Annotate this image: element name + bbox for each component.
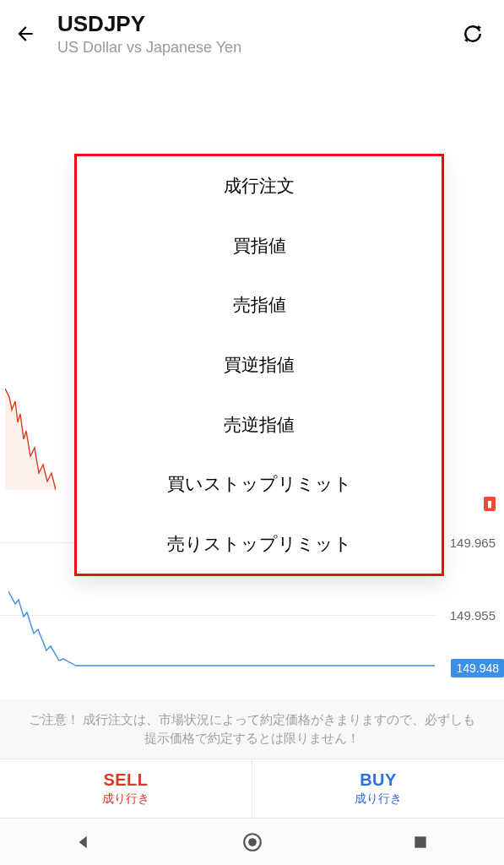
action-row: SELL 成り行き BUY 成り行き	[0, 759, 504, 818]
buy-label: BUY	[360, 770, 397, 790]
symbol-subtitle: US Dollar vs Japanese Yen	[57, 39, 458, 57]
system-nav-bar	[0, 818, 504, 865]
symbol-title: USDJPY	[57, 11, 458, 37]
order-type-option[interactable]: 売指値	[77, 275, 442, 335]
warning-text: ご注意！ 成行注文は、市場状況によって約定価格がきまりますので、必ずしも提示価格…	[25, 710, 479, 748]
ask-line-chart	[5, 389, 56, 490]
buy-button[interactable]: BUY 成り行き	[252, 759, 504, 818]
order-type-option[interactable]: 買逆指値	[77, 335, 442, 395]
order-type-menu: 成行注文 買指値 売指値 買逆指値 売逆指値 買いストップリミット 売りストップ…	[74, 154, 444, 576]
svg-point-2	[248, 838, 257, 846]
order-type-option[interactable]: 買指値	[77, 216, 442, 276]
buy-sub: 成り行き	[355, 792, 402, 807]
ask-price-badge: ▮	[484, 497, 496, 511]
axis-labels: 149.965 149.955	[436, 68, 496, 640]
order-type-option[interactable]: 成行注文	[77, 156, 442, 216]
order-type-option[interactable]: 売逆指値	[77, 394, 442, 454]
order-type-option[interactable]: 買いストップリミット	[77, 454, 442, 514]
sell-label: SELL	[103, 770, 148, 790]
content-area: 149.965 149.955 ▮ 149.948 ご注意！ 成行注文は、市場状…	[0, 68, 504, 818]
nav-home-icon[interactable]	[241, 831, 263, 853]
axis-label: 149.955	[436, 608, 496, 623]
back-arrow-icon[interactable]	[14, 22, 37, 46]
header-titles: USDJPY US Dollar vs Japanese Yen	[57, 11, 458, 57]
app-header: USDJPY US Dollar vs Japanese Yen	[0, 0, 504, 68]
sell-button[interactable]: SELL 成り行き	[0, 759, 252, 818]
execution-warning: ご注意！ 成行注文は、市場状況によって約定価格がきまりますので、必ずしも提示価格…	[0, 699, 504, 759]
bid-line-chart	[8, 591, 435, 667]
refresh-icon[interactable]	[458, 19, 487, 48]
svg-marker-0	[5, 389, 56, 490]
nav-back-icon[interactable]	[73, 831, 95, 853]
nav-recent-icon[interactable]	[409, 831, 431, 853]
axis-label: 149.965	[436, 536, 496, 550]
order-type-option[interactable]: 売りストップリミット	[77, 514, 442, 574]
sell-sub: 成り行き	[102, 792, 149, 807]
current-price-badge: 149.948	[451, 659, 504, 677]
svg-rect-3	[415, 836, 425, 847]
